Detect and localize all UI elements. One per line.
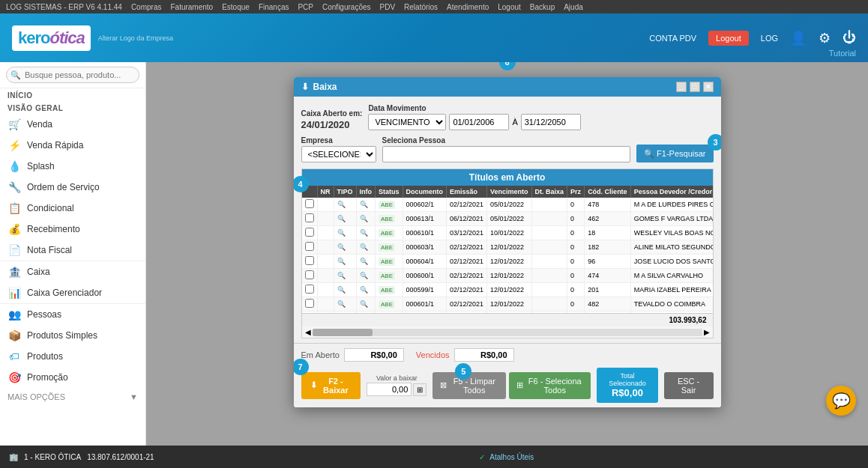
search-input[interactable] bbox=[6, 67, 139, 83]
menu-pdv[interactable]: PDV bbox=[380, 3, 396, 11]
settings-icon[interactable]: ⚙ bbox=[819, 30, 831, 46]
chat-icon: 💬 bbox=[832, 392, 851, 410]
menu-estoque[interactable]: Estoque bbox=[222, 3, 250, 11]
btn-seleciona[interactable]: ⊞ F6 - Seleciona Todos bbox=[509, 372, 591, 399]
table-row[interactable]: 🔍 🔍 ABE 000604/1 02/12/2021 12/01/2022 0… bbox=[302, 255, 713, 269]
row-info: 🔍 bbox=[356, 283, 376, 297]
annotation-4: 4 bbox=[294, 176, 309, 192]
modal-body: Caixa Aberto em: 24/01/2020 Data Movimen… bbox=[294, 97, 721, 407]
row-emissao: 03/12/2021 bbox=[447, 226, 487, 240]
col-info: Info bbox=[356, 186, 376, 198]
sidebar-item-recebimento[interactable]: 💰 Recebimento bbox=[0, 219, 145, 240]
sidebar-label-ordem: Ordem de Serviço bbox=[27, 182, 100, 192]
row-tipo: 🔍 bbox=[334, 212, 356, 226]
row-emissao: 02/12/2021 bbox=[447, 198, 487, 212]
sidebar-item-caixa-gerenciador[interactable]: 📊 Caixa Gerenciador bbox=[0, 282, 145, 303]
vencidos-label: Vencidos bbox=[416, 350, 450, 359]
horizontal-scrollbar[interactable] bbox=[313, 329, 702, 336]
menu-pcp[interactable]: PCP bbox=[298, 3, 313, 11]
sidebar-item-produtos-simples[interactable]: 📦 Produtos Simples bbox=[0, 325, 145, 346]
menu-atendimento[interactable]: Atendimento bbox=[447, 3, 489, 11]
log-button[interactable]: LOG bbox=[761, 34, 778, 43]
col-tipo: TIPO bbox=[334, 186, 356, 198]
menu-faturamento[interactable]: Faturamento bbox=[170, 3, 213, 11]
table-row[interactable]: 🔍 🔍 ABE 000600/1 02/12/2021 12/01/2022 0… bbox=[302, 269, 713, 283]
menu-configuracoes[interactable]: Configurações bbox=[322, 3, 370, 11]
row-info: 🔍 bbox=[356, 297, 376, 312]
sidebar-item-nota-fiscal[interactable]: 📄 Nota Fiscal bbox=[0, 240, 145, 261]
menu-ajuda[interactable]: Ajuda bbox=[564, 3, 583, 11]
table-scroll-area[interactable]: NR TIPO Info Status Documento Emissão Ve… bbox=[302, 186, 713, 313]
logout-button[interactable]: Logout bbox=[708, 31, 749, 46]
user-icon[interactable]: 👤 bbox=[790, 30, 807, 46]
row-nr bbox=[317, 255, 334, 269]
sidebar-item-ordem-servico[interactable]: 🔧 Ordem de Serviço bbox=[0, 177, 145, 198]
row-checkbox[interactable] bbox=[305, 242, 314, 251]
header: keroótica Alterar Logo da Empresa CONTA … bbox=[0, 13, 868, 62]
modal-maximize[interactable]: □ bbox=[690, 82, 700, 92]
row-checkbox[interactable] bbox=[305, 228, 314, 237]
wrench-icon: 🔧 bbox=[7, 181, 21, 193]
tutorial-link[interactable]: Tutorial bbox=[829, 49, 856, 58]
row-checkbox[interactable] bbox=[305, 213, 314, 222]
date-from-input[interactable] bbox=[449, 114, 509, 130]
sidebar-item-pessoas[interactable]: 👥 Pessoas bbox=[0, 304, 145, 325]
modal-footer: Em Aberto R$0,00 Vencidos R$0,00 ⬇ bbox=[294, 343, 721, 407]
sidebar-label-caixa-ger: Caixa Gerenciador bbox=[27, 288, 102, 298]
table-row[interactable]: 🔍 🔍 ABE 000602/1 02/12/2021 05/01/2022 0… bbox=[302, 198, 713, 212]
row-emissao: 02/12/2021 bbox=[447, 255, 487, 269]
row-checkbox[interactable] bbox=[305, 199, 314, 208]
content-area: 👤 ⬇ Baixa _ □ ✕ 6 bbox=[146, 62, 868, 446]
splash-icon: 💧 bbox=[7, 160, 21, 172]
btn-esc[interactable]: ESC - Sair bbox=[664, 372, 714, 399]
vencimento-select[interactable]: VENCIMENTO bbox=[368, 114, 446, 130]
menu-relatorios[interactable]: Relatórios bbox=[404, 3, 438, 11]
row-checkbox[interactable] bbox=[305, 256, 314, 265]
valor-baixar-input[interactable] bbox=[367, 383, 412, 396]
row-doc: 000604/1 bbox=[403, 255, 447, 269]
row-prz: 0 bbox=[567, 255, 585, 269]
sidebar-item-caixa[interactable]: 🏦 Caixa bbox=[0, 261, 145, 282]
atalhos-label[interactable]: Atalhos Úteis bbox=[489, 453, 534, 461]
logo-text: keroótica bbox=[18, 28, 85, 48]
menu-backup[interactable]: Backup bbox=[530, 3, 555, 11]
row-checkbox[interactable] bbox=[305, 270, 314, 279]
col-vencimento: Vencimento bbox=[487, 186, 532, 198]
sidebar-more-opcoes[interactable]: MAIS OPÇÕES ▼ bbox=[0, 388, 145, 406]
table-row[interactable]: 🔍 🔍 ABE 000610/1 03/12/2021 10/01/2022 0… bbox=[302, 226, 713, 240]
sidebar-item-promocao[interactable]: 🎯 Promoção bbox=[0, 367, 145, 388]
btn-baixar[interactable]: ⬇ F2 - Baixar bbox=[301, 372, 361, 399]
row-checkbox[interactable] bbox=[305, 299, 314, 308]
annotation-7: 7 bbox=[294, 359, 309, 375]
pessoa-input[interactable] bbox=[382, 146, 631, 162]
scroll-right-icon[interactable]: ▶ bbox=[704, 328, 710, 336]
esc-label: ESC - Sair bbox=[678, 377, 699, 395]
table-row[interactable]: 🔍 🔍 ABE 000601/1 02/12/2021 12/01/2022 0… bbox=[302, 297, 713, 312]
row-checkbox[interactable] bbox=[305, 285, 314, 294]
lightning-icon: ⚡ bbox=[7, 139, 21, 151]
table-row[interactable]: 🔍 🔍 ABE 000603/1 02/12/2021 12/01/2022 0… bbox=[302, 240, 713, 255]
menu-compras[interactable]: Compras bbox=[131, 3, 162, 11]
table-row[interactable]: 🔍 🔍 ABE 000613/1 06/12/2021 05/01/2022 0… bbox=[302, 212, 713, 226]
pesquisar-button[interactable]: 🔍 F1-Pesquisar bbox=[636, 145, 713, 162]
sidebar-item-venda[interactable]: 🛒 Venda bbox=[0, 114, 145, 135]
table-row[interactable]: 🔍 🔍 ABE 000599/1 02/12/2021 12/01/2022 0… bbox=[302, 283, 713, 297]
valor-calc-button[interactable]: ⊞ bbox=[413, 383, 427, 396]
modal-close[interactable]: ✕ bbox=[703, 82, 714, 92]
empresa-select[interactable]: <SELECIONE> bbox=[301, 146, 376, 162]
scroll-left-icon[interactable]: ◀ bbox=[305, 328, 311, 336]
sidebar-item-condicional[interactable]: 📋 Condicional bbox=[0, 198, 145, 219]
row-tipo: 🔍 bbox=[334, 198, 356, 212]
col-cod: Cód. Cliente bbox=[585, 186, 631, 198]
sidebar-item-produtos[interactable]: 🏷 Produtos bbox=[0, 346, 145, 367]
row-nr bbox=[317, 226, 334, 240]
sidebar-item-splash[interactable]: 💧 Splash bbox=[0, 156, 145, 177]
modal-minimize[interactable]: _ bbox=[676, 82, 687, 92]
search-icon: 🔍 bbox=[10, 70, 21, 80]
sidebar-item-venda-rapida[interactable]: ⚡ Venda Rápida bbox=[0, 135, 145, 156]
menu-financas[interactable]: Finanças bbox=[259, 3, 289, 11]
menu-logout[interactable]: Logout bbox=[498, 3, 521, 11]
date-to-input[interactable] bbox=[521, 114, 581, 130]
power-icon[interactable]: ⏻ bbox=[843, 30, 856, 46]
chat-bubble[interactable]: 💬 bbox=[826, 386, 856, 416]
